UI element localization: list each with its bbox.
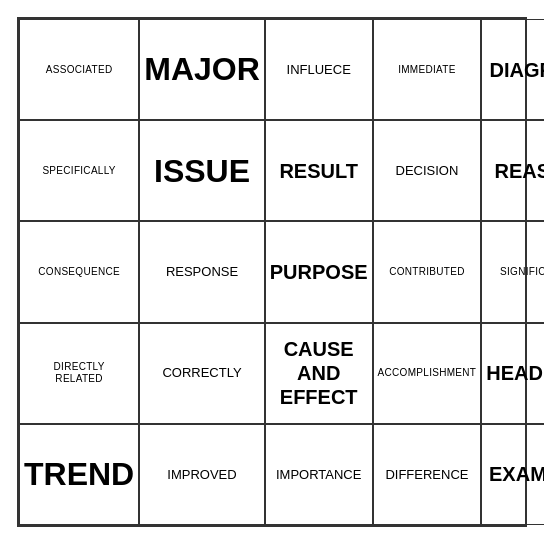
table-row: ISSUE — [139, 120, 265, 221]
cell-label: CONSEQUENCE — [38, 266, 120, 278]
cell-label: EXAMPLE — [489, 462, 544, 486]
table-row: CONSEQUENCE — [19, 221, 139, 322]
table-row: REASON — [481, 120, 544, 221]
table-row: CORRECTLY — [139, 323, 265, 424]
table-row: ASSOCIATED — [19, 19, 139, 120]
cell-label: REASON — [495, 159, 544, 183]
table-row: IMPROVED — [139, 424, 265, 525]
cell-label: TREND — [24, 455, 134, 493]
cell-label: PURPOSE — [270, 260, 368, 284]
cell-label: DIRECTLYRELATED — [54, 361, 105, 385]
cell-label: IMPROVED — [167, 467, 236, 483]
cell-label: HEADLINE — [486, 361, 544, 385]
bingo-grid: ASSOCIATEDMAJORINFLUECEIMMEDIATEDIAGRAMS… — [19, 19, 525, 525]
cell-label: IMPORTANCE — [276, 467, 361, 483]
table-row: MAJOR — [139, 19, 265, 120]
table-row: INFLUECE — [265, 19, 373, 120]
table-row: RESPONSE — [139, 221, 265, 322]
cell-label: IMMEDIATE — [398, 64, 456, 76]
cell-label: INFLUECE — [287, 62, 351, 78]
table-row: PURPOSE — [265, 221, 373, 322]
cell-label: ASSOCIATED — [46, 64, 113, 76]
cell-label: DECISION — [396, 163, 459, 179]
table-row: TREND — [19, 424, 139, 525]
cell-label: RESULT — [279, 159, 358, 183]
cell-label: DIAGRAM — [490, 58, 544, 82]
table-row: DECISION — [373, 120, 482, 221]
cell-label: MAJOR — [144, 50, 260, 88]
cell-label: CAUSEANDEFFECT — [280, 337, 358, 409]
table-row: SPECIFICALLY — [19, 120, 139, 221]
table-row: IMMEDIATE — [373, 19, 482, 120]
bingo-board: ASSOCIATEDMAJORINFLUECEIMMEDIATEDIAGRAMS… — [17, 17, 527, 527]
table-row: ACCOMPLISHMENT — [373, 323, 482, 424]
cell-label: SIGNIFICANCE — [500, 266, 544, 278]
table-row: DIRECTLYRELATED — [19, 323, 139, 424]
table-row: RESULT — [265, 120, 373, 221]
table-row: DIFFERENCE — [373, 424, 482, 525]
cell-label: RESPONSE — [166, 264, 238, 280]
table-row: CONTRIBUTED — [373, 221, 482, 322]
cell-label: DIFFERENCE — [385, 467, 468, 483]
cell-label: ISSUE — [154, 152, 250, 190]
cell-label: ACCOMPLISHMENT — [378, 367, 477, 379]
table-row: IMPORTANCE — [265, 424, 373, 525]
cell-label: CORRECTLY — [162, 365, 241, 381]
cell-label: CONTRIBUTED — [389, 266, 465, 278]
table-row: CAUSEANDEFFECT — [265, 323, 373, 424]
table-row: SIGNIFICANCE — [481, 221, 544, 322]
table-row: DIAGRAM — [481, 19, 544, 120]
table-row: EXAMPLE — [481, 424, 544, 525]
table-row: HEADLINE — [481, 323, 544, 424]
cell-label: SPECIFICALLY — [42, 165, 115, 177]
